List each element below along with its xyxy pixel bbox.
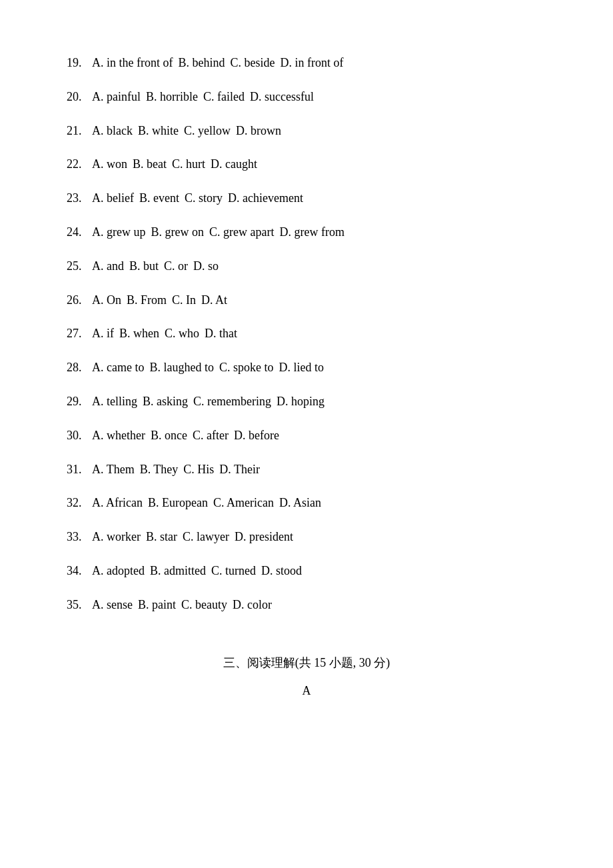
question-list: 19.A. in the front ofB. behindC. besideD… [67, 53, 546, 615]
options: A. wonB. beatC. hurtD. caught [92, 155, 546, 174]
option-B: B. grew on [151, 223, 204, 242]
option-A: A. whether [92, 426, 145, 445]
question-item: 30.A. whetherB. onceC. afterD. before [67, 426, 546, 445]
question-item: 21.A. blackB. whiteC. yellowD. brown [67, 121, 546, 141]
options: A. ifB. whenC. whoD. that [92, 324, 546, 343]
option-B: B. beat [133, 155, 167, 174]
option-A: A. came to [92, 358, 144, 377]
question-item: 28.A. came toB. laughed toC. spoke toD. … [67, 358, 546, 377]
option-D: D. Their [219, 460, 260, 479]
options: A. in the front ofB. behindC. besideD. i… [92, 53, 546, 73]
question-item: 26.A. OnB. FromC. InD. At [67, 291, 546, 310]
option-B: B. behind [178, 53, 225, 73]
page: 19.A. in the front ofB. behindC. besideD… [0, 0, 613, 771]
question-number: 23. [67, 189, 92, 208]
option-C: C. In [172, 291, 196, 310]
options: A. AfricanB. EuropeanC. AmericanD. Asian [92, 493, 546, 513]
option-B: B. They [140, 460, 179, 479]
options: A. adoptedB. admittedC. turnedD. stood [92, 561, 546, 581]
option-A: A. telling [92, 392, 137, 411]
question-number: 30. [67, 426, 92, 445]
options: A. grew upB. grew onC. grew apartD. grew… [92, 223, 546, 242]
option-A: A. worker [92, 527, 141, 547]
option-A: A. grew up [92, 223, 145, 242]
section-sub-label: A [303, 684, 311, 697]
question-item: 35.A. senseB. paintC. beautyD. color [67, 595, 546, 615]
option-D: D. lied to [279, 358, 324, 377]
question-item: 24.A. grew upB. grew onC. grew apartD. g… [67, 223, 546, 242]
option-B: B. laughed to [149, 358, 214, 377]
option-B: B. once [151, 426, 187, 445]
question-item: 19.A. in the front ofB. behindC. besideD… [67, 53, 546, 73]
option-A: A. Them [92, 460, 135, 479]
question-number: 32. [67, 493, 92, 513]
section-header: 三、阅读理解(共 15 小题, 30 分) [67, 655, 546, 671]
option-D: D. in front of [280, 53, 343, 73]
option-A: A. won [92, 155, 127, 174]
option-C: C. beside [230, 53, 275, 73]
options: A. workerB. starC. lawyerD. president [92, 527, 546, 547]
option-B: B. From [127, 291, 167, 310]
question-number: 22. [67, 155, 92, 174]
option-D: D. caught [211, 155, 257, 174]
option-C: C. failed [203, 87, 245, 107]
question-item: 32.A. AfricanB. EuropeanC. AmericanD. As… [67, 493, 546, 513]
option-D: D. before [234, 426, 279, 445]
option-D: D. Asian [279, 493, 321, 513]
question-number: 28. [67, 358, 92, 377]
option-D: D. brown [236, 121, 281, 141]
options: A. painfulB. horribleC. failedD. success… [92, 87, 546, 107]
option-B: B. paint [138, 595, 176, 615]
option-D: D. stood [261, 561, 302, 581]
option-A: A. adopted [92, 561, 145, 581]
question-item: 25.A. andB. butC. orD. so [67, 257, 546, 276]
option-A: A. black [92, 121, 133, 141]
options: A. blackB. whiteC. yellowD. brown [92, 121, 546, 141]
option-A: A. if [92, 324, 114, 343]
option-D: D. color [233, 595, 272, 615]
options: A. came toB. laughed toC. spoke toD. lie… [92, 358, 546, 377]
option-C: C. after [193, 426, 229, 445]
options: A. andB. butC. orD. so [92, 257, 546, 276]
option-B: B. but [129, 257, 159, 276]
option-B: B. admitted [150, 561, 206, 581]
question-item: 20.A. painfulB. horribleC. failedD. succ… [67, 87, 546, 107]
question-item: 22.A. wonB. beatC. hurtD. caught [67, 155, 546, 174]
options: A. beliefB. eventC. storyD. achievement [92, 189, 546, 208]
option-A: A. and [92, 257, 124, 276]
question-number: 19. [67, 53, 92, 73]
options: A. tellingB. askingC. rememberingD. hopi… [92, 392, 546, 411]
option-C: C. remembering [193, 392, 271, 411]
option-C: C. American [213, 493, 274, 513]
option-A: A. African [92, 493, 143, 513]
option-A: A. sense [92, 595, 133, 615]
option-C: C. who [165, 324, 199, 343]
option-B: B. white [138, 121, 179, 141]
question-number: 25. [67, 257, 92, 276]
option-C: C. grew apart [209, 223, 274, 242]
question-number: 35. [67, 595, 92, 615]
option-D: D. achievement [228, 189, 303, 208]
option-D: D. successful [250, 87, 314, 107]
option-D: D. so [193, 257, 219, 276]
question-item: 23.A. beliefB. eventC. storyD. achieveme… [67, 189, 546, 208]
options: A. OnB. FromC. InD. At [92, 291, 546, 310]
section-sub: A [67, 684, 546, 698]
option-A: A. On [92, 291, 121, 310]
option-B: B. event [139, 189, 179, 208]
option-B: B. when [119, 324, 159, 343]
question-number: 29. [67, 392, 92, 411]
option-C: C. lawyer [183, 527, 229, 547]
options: A. senseB. paintC. beautyD. color [92, 595, 546, 615]
option-A: A. painful [92, 87, 141, 107]
question-number: 26. [67, 291, 92, 310]
option-C: C. His [183, 460, 214, 479]
option-D: D. that [205, 324, 237, 343]
option-B: B. European [148, 493, 208, 513]
option-B: B. horrible [146, 87, 198, 107]
question-number: 33. [67, 527, 92, 547]
option-C: C. or [164, 257, 188, 276]
question-item: 33.A. workerB. starC. lawyerD. president [67, 527, 546, 547]
option-D: D. grew from [279, 223, 344, 242]
option-C: C. story [185, 189, 223, 208]
